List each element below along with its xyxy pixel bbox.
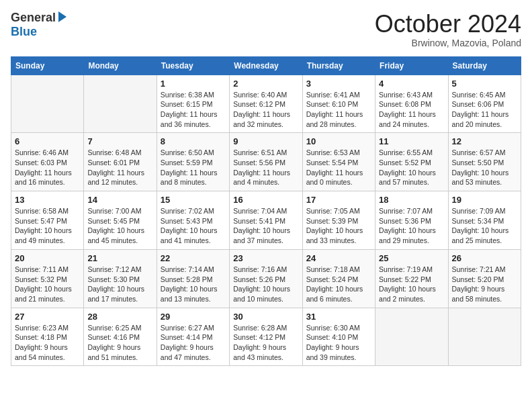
day-number: 5 <box>452 79 517 89</box>
calendar-week-row: 13Sunrise: 6:58 AM Sunset: 5:47 PM Dayli… <box>11 191 521 250</box>
day-number: 15 <box>161 195 226 205</box>
calendar-cell: 29Sunrise: 6:27 AM Sunset: 4:14 PM Dayli… <box>157 308 229 366</box>
day-info: Sunrise: 7:21 AM Sunset: 5:20 PM Dayligh… <box>452 265 517 304</box>
day-number: 7 <box>87 136 152 146</box>
day-info: Sunrise: 6:25 AM Sunset: 4:16 PM Dayligh… <box>87 323 152 363</box>
calendar-cell: 12Sunrise: 6:57 AM Sunset: 5:50 PM Dayli… <box>448 133 521 191</box>
calendar-cell: 28Sunrise: 6:25 AM Sunset: 4:16 PM Dayli… <box>84 308 157 366</box>
day-info: Sunrise: 7:16 AM Sunset: 5:26 PM Dayligh… <box>233 265 298 304</box>
day-number: 10 <box>306 136 371 146</box>
calendar-cell: 11Sunrise: 6:55 AM Sunset: 5:52 PM Dayli… <box>375 133 448 191</box>
day-number: 16 <box>233 195 298 205</box>
day-number: 1 <box>161 79 226 89</box>
logo-general-text: General <box>11 11 56 25</box>
day-number: 8 <box>161 136 226 146</box>
calendar-cell: 16Sunrise: 7:04 AM Sunset: 5:41 PM Dayli… <box>230 191 302 250</box>
day-number: 2 <box>233 79 298 89</box>
day-info: Sunrise: 6:30 AM Sunset: 4:10 PM Dayligh… <box>306 323 371 363</box>
day-number: 23 <box>233 253 298 263</box>
day-number: 30 <box>233 312 298 322</box>
calendar-cell: 22Sunrise: 7:14 AM Sunset: 5:28 PM Dayli… <box>157 249 229 308</box>
calendar-cell: 10Sunrise: 6:53 AM Sunset: 5:54 PM Dayli… <box>302 133 375 191</box>
calendar-header-row: SundayMondayTuesdayWednesdayThursdayFrid… <box>11 56 521 75</box>
day-info: Sunrise: 6:50 AM Sunset: 5:59 PM Dayligh… <box>161 148 226 187</box>
day-info: Sunrise: 7:09 AM Sunset: 5:34 PM Dayligh… <box>452 206 517 246</box>
calendar-cell: 20Sunrise: 7:11 AM Sunset: 5:32 PM Dayli… <box>11 249 84 308</box>
day-info: Sunrise: 7:02 AM Sunset: 5:43 PM Dayligh… <box>161 206 226 246</box>
calendar-day-header: Monday <box>84 56 157 75</box>
calendar-day-header: Tuesday <box>157 56 229 75</box>
day-number: 19 <box>452 195 517 205</box>
day-number: 22 <box>161 253 226 263</box>
logo: General Blue <box>11 11 66 39</box>
day-info: Sunrise: 7:11 AM Sunset: 5:32 PM Dayligh… <box>15 265 80 304</box>
calendar-cell: 7Sunrise: 6:48 AM Sunset: 6:01 PM Daylig… <box>84 133 157 191</box>
calendar-cell: 14Sunrise: 7:00 AM Sunset: 5:45 PM Dayli… <box>84 191 157 250</box>
day-info: Sunrise: 6:48 AM Sunset: 6:01 PM Dayligh… <box>87 148 152 187</box>
calendar-cell: 3Sunrise: 6:41 AM Sunset: 6:10 PM Daylig… <box>302 75 375 133</box>
day-number: 14 <box>87 195 152 205</box>
day-info: Sunrise: 6:46 AM Sunset: 6:03 PM Dayligh… <box>15 148 80 187</box>
day-number: 6 <box>15 136 80 146</box>
calendar-cell <box>448 308 521 366</box>
page-header: General Blue October 2024 Brwinow, Mazov… <box>11 11 521 48</box>
logo-triangle-icon <box>57 11 66 25</box>
calendar-cell: 25Sunrise: 7:19 AM Sunset: 5:22 PM Dayli… <box>375 249 448 308</box>
calendar-week-row: 27Sunrise: 6:23 AM Sunset: 4:18 PM Dayli… <box>11 308 521 366</box>
day-number: 12 <box>452 136 517 146</box>
day-info: Sunrise: 6:28 AM Sunset: 4:12 PM Dayligh… <box>233 323 298 363</box>
day-info: Sunrise: 6:38 AM Sunset: 6:15 PM Dayligh… <box>161 90 226 130</box>
calendar-cell: 8Sunrise: 6:50 AM Sunset: 5:59 PM Daylig… <box>157 133 229 191</box>
logo-blue-text: Blue <box>11 25 37 38</box>
calendar-cell: 19Sunrise: 7:09 AM Sunset: 5:34 PM Dayli… <box>448 191 521 250</box>
day-info: Sunrise: 6:57 AM Sunset: 5:50 PM Dayligh… <box>452 148 517 187</box>
calendar-week-row: 1Sunrise: 6:38 AM Sunset: 6:15 PM Daylig… <box>11 75 521 133</box>
day-number: 25 <box>379 253 444 263</box>
calendar-cell <box>84 75 157 133</box>
month-title: October 2024 <box>375 11 521 38</box>
day-info: Sunrise: 7:18 AM Sunset: 5:24 PM Dayligh… <box>306 265 371 304</box>
calendar-cell: 26Sunrise: 7:21 AM Sunset: 5:20 PM Dayli… <box>448 249 521 308</box>
day-info: Sunrise: 7:05 AM Sunset: 5:39 PM Dayligh… <box>306 206 371 246</box>
calendar-cell: 2Sunrise: 6:40 AM Sunset: 6:12 PM Daylig… <box>230 75 302 133</box>
calendar-cell: 1Sunrise: 6:38 AM Sunset: 6:15 PM Daylig… <box>157 75 229 133</box>
calendar-day-header: Sunday <box>11 56 84 75</box>
calendar-cell: 6Sunrise: 6:46 AM Sunset: 6:03 PM Daylig… <box>11 133 84 191</box>
svg-marker-0 <box>58 11 66 22</box>
day-info: Sunrise: 6:55 AM Sunset: 5:52 PM Dayligh… <box>379 148 444 187</box>
day-number: 24 <box>306 253 371 263</box>
day-info: Sunrise: 6:45 AM Sunset: 6:06 PM Dayligh… <box>452 90 517 130</box>
calendar-week-row: 6Sunrise: 6:46 AM Sunset: 6:03 PM Daylig… <box>11 133 521 191</box>
calendar-day-header: Wednesday <box>230 56 302 75</box>
day-number: 20 <box>15 253 80 263</box>
calendar-cell: 27Sunrise: 6:23 AM Sunset: 4:18 PM Dayli… <box>11 308 84 366</box>
day-info: Sunrise: 7:04 AM Sunset: 5:41 PM Dayligh… <box>233 206 298 246</box>
calendar-day-header: Thursday <box>302 56 375 75</box>
calendar-cell: 23Sunrise: 7:16 AM Sunset: 5:26 PM Dayli… <box>230 249 302 308</box>
day-info: Sunrise: 7:07 AM Sunset: 5:36 PM Dayligh… <box>379 206 444 246</box>
day-info: Sunrise: 6:27 AM Sunset: 4:14 PM Dayligh… <box>161 323 226 363</box>
day-info: Sunrise: 7:12 AM Sunset: 5:30 PM Dayligh… <box>87 265 152 304</box>
calendar-cell: 5Sunrise: 6:45 AM Sunset: 6:06 PM Daylig… <box>448 75 521 133</box>
day-info: Sunrise: 6:40 AM Sunset: 6:12 PM Dayligh… <box>233 90 298 130</box>
calendar-cell <box>375 308 448 366</box>
day-number: 29 <box>161 312 226 322</box>
day-number: 31 <box>306 312 371 322</box>
calendar-cell: 9Sunrise: 6:51 AM Sunset: 5:56 PM Daylig… <box>230 133 302 191</box>
calendar-cell: 15Sunrise: 7:02 AM Sunset: 5:43 PM Dayli… <box>157 191 229 250</box>
day-number: 17 <box>306 195 371 205</box>
day-info: Sunrise: 6:53 AM Sunset: 5:54 PM Dayligh… <box>306 148 371 187</box>
day-number: 27 <box>15 312 80 322</box>
title-block: October 2024 Brwinow, Mazovia, Poland <box>375 11 521 48</box>
calendar-table: SundayMondayTuesdayWednesdayThursdayFrid… <box>11 56 521 367</box>
day-info: Sunrise: 6:43 AM Sunset: 6:08 PM Dayligh… <box>379 90 444 130</box>
day-number: 11 <box>379 136 444 146</box>
location-text: Brwinow, Mazovia, Poland <box>375 38 521 48</box>
calendar-cell: 24Sunrise: 7:18 AM Sunset: 5:24 PM Dayli… <box>302 249 375 308</box>
day-number: 9 <box>233 136 298 146</box>
day-number: 21 <box>87 253 152 263</box>
calendar-cell: 13Sunrise: 6:58 AM Sunset: 5:47 PM Dayli… <box>11 191 84 250</box>
calendar-cell: 30Sunrise: 6:28 AM Sunset: 4:12 PM Dayli… <box>230 308 302 366</box>
calendar-cell: 4Sunrise: 6:43 AM Sunset: 6:08 PM Daylig… <box>375 75 448 133</box>
day-info: Sunrise: 7:19 AM Sunset: 5:22 PM Dayligh… <box>379 265 444 304</box>
